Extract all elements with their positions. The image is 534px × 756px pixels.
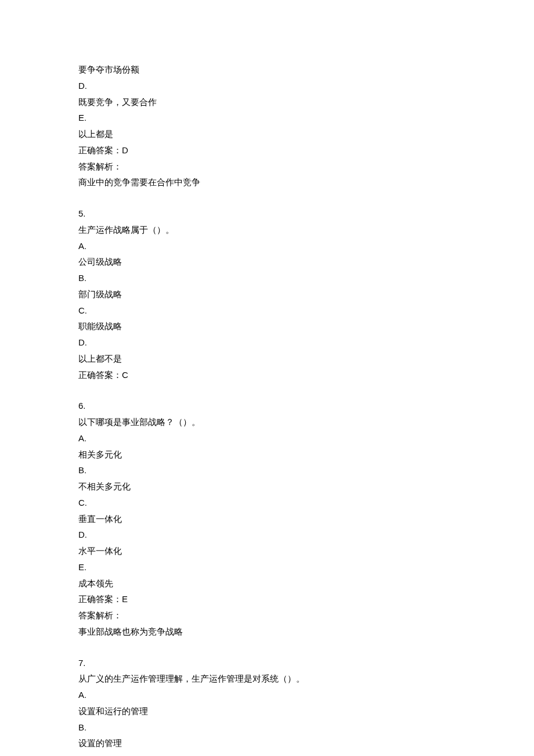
option-d-text: 以上都不是 — [78, 351, 456, 367]
question-stem: 从广义的生产运作管理理解，生产运作管理是对系统（）。 — [78, 671, 456, 687]
option-c-label: C. — [78, 495, 456, 511]
option-e-text: 成本领先 — [78, 575, 456, 592]
option-d-label: D. — [78, 334, 456, 351]
option-a-text: 相关多元化 — [78, 447, 456, 463]
option-b-text: 不相关多元化 — [78, 478, 456, 495]
option-b-label: B. — [78, 462, 456, 478]
answer-line: 正确答案：C — [78, 367, 456, 383]
option-e-label: E. — [78, 110, 456, 126]
explain-label: 答案解析： — [78, 607, 456, 624]
option-a-label: A. — [78, 238, 456, 254]
question-number: 7. — [78, 655, 456, 671]
option-a-text: 公司级战略 — [78, 254, 456, 270]
option-b-text: 部门级战略 — [78, 286, 456, 303]
answer-line: 正确答案：E — [78, 591, 456, 607]
option-b-label: B. — [78, 270, 456, 286]
option-b-label: B. — [78, 719, 456, 736]
option-d-label: D. — [78, 527, 456, 543]
option-d-text: 既要竞争，又要合作 — [78, 94, 456, 110]
explain-text: 商业中的竞争需要在合作中竞争 — [78, 174, 456, 190]
question-7: 7. 从广义的生产运作管理理解，生产运作管理是对系统（）。 A. 设置和运行的管… — [78, 655, 456, 757]
question-5: 5. 生产运作战略属于（）。 A. 公司级战略 B. 部门级战略 C. 职能级战… — [78, 206, 456, 383]
option-c-text: 要争夺市场份额 — [78, 62, 456, 78]
option-a-label: A. — [78, 430, 456, 447]
explain-text: 事业部战略也称为竞争战略 — [78, 624, 456, 640]
answer-line: 正确答案：D — [78, 142, 456, 159]
option-c-text: 职能级战略 — [78, 318, 456, 334]
explain-label: 答案解析： — [78, 159, 456, 175]
question-number: 5. — [78, 206, 456, 222]
question-number: 6. — [78, 398, 456, 414]
option-e-text: 以上都是 — [78, 126, 456, 142]
option-d-text: 水平一体化 — [78, 543, 456, 559]
option-b-text: 设置的管理 — [78, 735, 456, 751]
option-c-label: C. — [78, 751, 456, 756]
question-stem: 以下哪项是事业部战略？（）。 — [78, 414, 456, 430]
option-a-label: A. — [78, 687, 456, 703]
question-4-tail: 要争夺市场份额 D. 既要竞争，又要合作 E. 以上都是 正确答案：D 答案解析… — [78, 62, 456, 190]
question-6: 6. 以下哪项是事业部战略？（）。 A. 相关多元化 B. 不相关多元化 C. … — [78, 398, 456, 639]
question-stem: 生产运作战略属于（）。 — [78, 222, 456, 238]
option-e-label: E. — [78, 559, 456, 575]
option-a-text: 设置和运行的管理 — [78, 703, 456, 719]
option-d-label: D. — [78, 78, 456, 94]
option-c-label: C. — [78, 303, 456, 319]
page-content: 要争夺市场份额 D. 既要竞争，又要合作 E. 以上都是 正确答案：D 答案解析… — [0, 0, 534, 756]
option-c-text: 垂直一体化 — [78, 511, 456, 527]
